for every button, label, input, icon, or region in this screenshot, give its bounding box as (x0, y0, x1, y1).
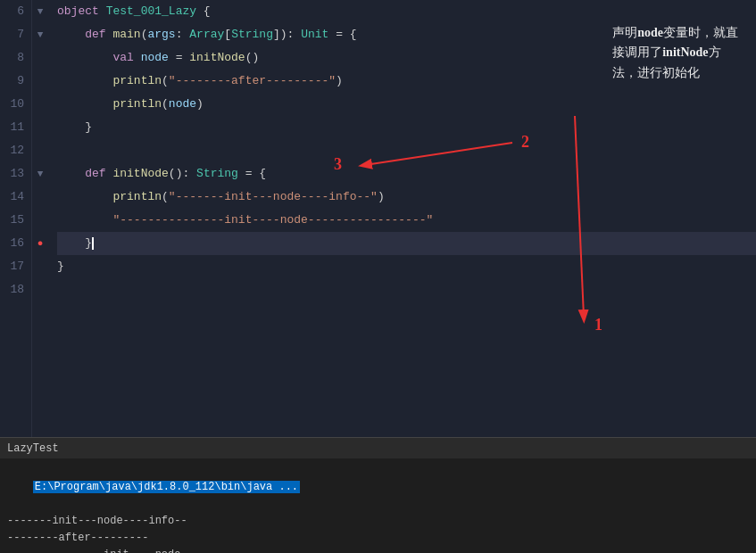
fold-icon-6[interactable]: ▼ (32, 0, 48, 23)
label-1: 1 (594, 316, 602, 334)
gutter[interactable]: ▼ ▼ ▼ ● (32, 0, 48, 437)
terminal-command: E:\Program\java\jdk1.8.0_112\bin\java ..… (33, 481, 300, 493)
annotation-bold-initnode: initNode (662, 45, 708, 59)
terminal-line-3: ---------------init----node-------------… (7, 547, 749, 553)
code-line-13: def initNode(): String = { (57, 162, 756, 186)
code-line-12 (57, 139, 756, 162)
code-line-18 (57, 278, 756, 301)
terminal-line-1: -------init---node----info-- (7, 513, 749, 530)
annotation-box: 声明node变量时，就直 接调用了initNode方 法，进行初始化 (612, 23, 738, 83)
fold-icon-13[interactable]: ▼ (32, 162, 48, 186)
code-line-11: } (57, 116, 756, 139)
code-line-6: object Test_001_Lazy { (57, 0, 756, 23)
status-label: LazyTest (7, 442, 59, 455)
terminal: E:\Program\java\jdk1.8.0_112\bin\java ..… (0, 458, 756, 553)
status-bar: LazyTest (0, 437, 756, 458)
code-content: object Test_001_Lazy { def main(args: Ar… (48, 0, 756, 437)
code-line-14: println("-------init---node----info--") (57, 186, 756, 209)
breakpoint-16[interactable]: ● (32, 232, 48, 255)
terminal-line-2: --------after--------- (7, 530, 749, 547)
line-numbers: 6 7 8 9 10 11 12 13 14 15 16 17 18 (0, 0, 32, 437)
code-line-15: "---------------init----node------------… (57, 209, 756, 232)
fold-icon-7[interactable]: ▼ (32, 23, 48, 46)
code-line-16: } (57, 232, 756, 255)
annotation-bold-node: node (637, 26, 663, 39)
code-editor: 6 7 8 9 10 11 12 13 14 15 16 17 18 ▼ ▼ ▼ (0, 0, 756, 437)
terminal-cmd-line: E:\Program\java\jdk1.8.0_112\bin\java ..… (7, 462, 749, 513)
code-line-10: println(node) (57, 93, 756, 116)
code-line-17: } (57, 255, 756, 278)
